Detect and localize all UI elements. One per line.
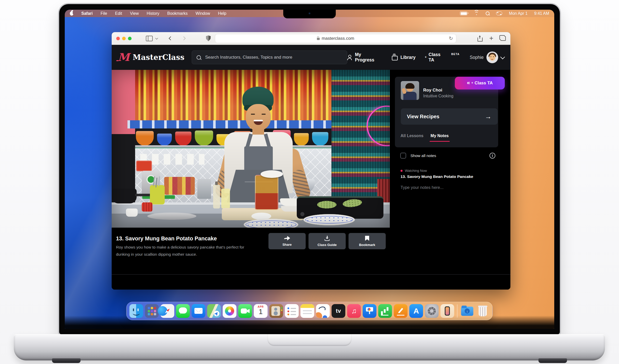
menubar-menus: Safari File Edit View History Bookmarks … [70, 11, 226, 16]
wifi-icon[interactable] [474, 11, 479, 15]
dock-appletv-icon[interactable]: tv [332, 304, 345, 318]
dock-trash-icon[interactable] [476, 304, 490, 318]
dock-settings-icon[interactable] [425, 304, 439, 318]
lesson-actions: Share Class Guide Bookmark [268, 233, 386, 249]
info-icon[interactable] [489, 153, 495, 159]
dock-launchpad-icon[interactable] [145, 304, 159, 318]
library-icon [392, 56, 398, 60]
macbook-base [14, 334, 605, 360]
notes-input[interactable]: Type your notes here... [401, 185, 444, 190]
dock-pages-icon[interactable] [394, 304, 408, 318]
nav-class-ta[interactable]: Class TA BETA [426, 52, 459, 63]
chevron-down-icon [500, 55, 505, 59]
lock-icon [317, 38, 320, 40]
macbook-foot [52, 358, 81, 363]
control-center-icon[interactable] [496, 11, 502, 15]
view-recipes-button[interactable]: View Recipes [401, 108, 498, 125]
class-guide-label: Class Guide [317, 243, 337, 247]
dock-keynote-icon[interactable] [363, 304, 377, 318]
beta-badge: BETA [451, 53, 460, 56]
dock-iphone-mirroring-icon[interactable] [441, 304, 454, 318]
panel-tabs: All Lessons My Notes [401, 134, 449, 138]
show-all-notes-checkbox[interactable] [400, 153, 406, 159]
dock-reminders-icon[interactable] [285, 304, 299, 318]
class-ta-label: Class TA [429, 52, 447, 63]
dock-photos-icon[interactable] [223, 304, 237, 318]
dock-appstore-icon[interactable] [409, 304, 423, 318]
dock-notes-icon[interactable] [301, 304, 314, 318]
search-icon [197, 55, 201, 60]
tab-all-lessons[interactable]: All Lessons [401, 134, 423, 138]
search-input[interactable] [205, 55, 343, 60]
close-window-button[interactable] [116, 37, 120, 40]
forward-button[interactable] [182, 36, 186, 41]
masterclass-content: Roy Choi Intuitive Cooking Class TA View… [112, 70, 510, 290]
collapse-icon [467, 80, 470, 86]
dock-calendar-icon[interactable]: APR 1 [254, 304, 268, 318]
sidebar-toggle-icon[interactable] [146, 36, 153, 41]
menu-window[interactable]: Window [196, 11, 210, 16]
dock-facetime-icon[interactable] [238, 304, 252, 318]
masterclass-logo[interactable]: MasterClass [118, 53, 185, 62]
sidebar-chevron-icon[interactable] [155, 37, 158, 40]
dock-contacts-icon[interactable] [269, 304, 283, 318]
menu-app-safari[interactable]: Safari [81, 11, 93, 16]
dock-messages-icon[interactable] [176, 304, 190, 318]
menubar-time[interactable]: 9:41 AM [534, 11, 549, 16]
dock-music-icon[interactable] [347, 304, 361, 318]
share-label: Share [282, 243, 292, 246]
menu-bookmarks[interactable]: Bookmarks [167, 11, 188, 16]
reload-icon[interactable] [449, 36, 453, 41]
show-all-notes-row: Show all notes [400, 153, 436, 159]
zoom-window-button[interactable] [128, 37, 132, 40]
bookmark-button[interactable]: Bookmark [349, 233, 386, 249]
site-search[interactable] [192, 50, 347, 64]
address-bar[interactable]: masterclass.com [215, 34, 456, 43]
tab-my-notes[interactable]: My Notes [431, 134, 449, 138]
dock-maps-icon[interactable] [207, 304, 221, 318]
share-button[interactable]: Share [268, 233, 306, 249]
menu-view[interactable]: View [130, 11, 139, 16]
my-progress-label: My Progress [355, 52, 381, 63]
menu-file[interactable]: File [100, 11, 107, 16]
marketing-canvas: Safari File Edit View History Bookmarks … [0, 0, 619, 364]
person-icon [347, 55, 352, 60]
macbook-screen-bezel: Safari File Edit View History Bookmarks … [59, 4, 560, 334]
apple-menu-icon[interactable] [70, 11, 73, 16]
nav-account[interactable]: Sophie [470, 51, 505, 63]
download-icon [324, 236, 330, 241]
video-player[interactable] [112, 70, 390, 228]
privacy-shield-icon[interactable] [206, 35, 211, 41]
dock-safari-icon[interactable] [161, 304, 174, 318]
lesson-title: 13. Savory Mung Bean Potato Pancake [116, 236, 217, 242]
menu-edit[interactable]: Edit [115, 11, 122, 16]
dock-freeform-icon[interactable] [316, 304, 330, 318]
safari-window: masterclass.com MasterClass [112, 32, 510, 290]
spotlight-search-icon[interactable] [486, 11, 489, 15]
new-tab-icon[interactable] [489, 35, 493, 42]
class-ta-button-label: Class TA [474, 81, 493, 86]
dock-numbers-icon[interactable] [378, 304, 392, 318]
class-ta-button[interactable]: Class TA [455, 77, 505, 89]
menu-history[interactable]: History [147, 11, 159, 16]
tab-overview-icon[interactable] [500, 36, 506, 41]
camera-notch [283, 10, 336, 18]
avatar[interactable] [486, 51, 498, 63]
watching-dot [401, 170, 403, 172]
share-icon[interactable] [477, 35, 483, 42]
back-button[interactable] [169, 36, 173, 41]
menu-help[interactable]: Help [218, 11, 226, 16]
dock-finder-icon[interactable] [130, 304, 143, 318]
minimize-window-button[interactable] [122, 37, 126, 40]
menubar-date[interactable]: Mon Apr 1 [509, 11, 527, 16]
show-all-notes-label: Show all notes [410, 153, 436, 158]
nav-library[interactable]: Library [392, 54, 416, 60]
watching-now: Watching Now [401, 169, 427, 173]
dock-mail-icon[interactable] [192, 304, 205, 318]
class-guide-button[interactable]: Class Guide [308, 233, 346, 249]
bookmark-icon [365, 236, 369, 241]
dock-downloads-icon[interactable] [460, 304, 474, 318]
battery-icon[interactable] [460, 11, 467, 15]
bookmark-label: Bookmark [359, 243, 375, 247]
nav-my-progress[interactable]: My Progress [347, 52, 381, 63]
